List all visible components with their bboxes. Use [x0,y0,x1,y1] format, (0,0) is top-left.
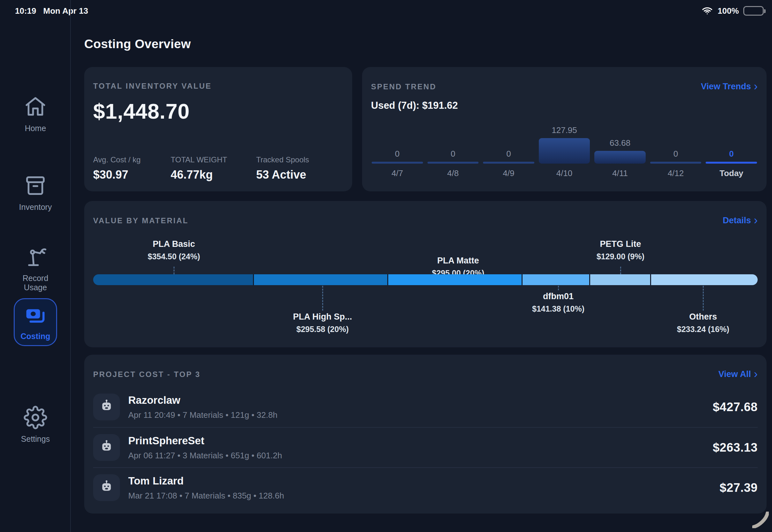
sidebar-item-label: Home [25,124,46,133]
total-inventory-value: $1,448.70 [93,99,343,123]
spend-bar-4-7[interactable]: 0 [372,149,423,164]
project-meta: Mar 21 17:08 • 7 Materials • 835g • 128.… [128,491,720,501]
chevron-right-icon: › [754,370,758,379]
x-tick: 4/7 [372,168,423,178]
sidebar-item-label: Inventory [19,203,52,212]
x-tick: 4/9 [483,168,534,178]
segment-pla-basic[interactable] [93,274,254,285]
chevron-right-icon: › [754,82,758,91]
stat-label: Avg. Cost / kg [93,155,171,164]
project-name: Tom Lizard [128,475,720,487]
home-icon [24,95,47,119]
sidebar: Home Inventory Record Usage [0,0,71,532]
leader-line [703,286,704,311]
robot-arm-icon [24,245,47,269]
segment-others[interactable] [651,274,758,285]
x-tick: 4/12 [650,168,701,178]
gear-icon [24,406,47,429]
leader-line [174,267,174,274]
segment-petg-lite[interactable] [590,274,651,285]
stat-label: Tracked Spools [256,155,309,164]
project-cost-card: PROJECT COST - TOP 3 View All › Razorcla… [84,355,767,514]
project-row-tom-lizard[interactable]: Tom Lizard Mar 21 17:08 • 7 Materials • … [93,467,758,507]
project-name: Razorclaw [128,394,713,406]
material-label-petg-lite: PETG Lite $129.00 (9%) [560,239,681,261]
corner-arc-decoration [752,512,769,528]
sidebar-item-home[interactable]: Home [0,95,71,133]
spend-bar-4-11[interactable]: 63.68 [594,138,646,164]
wifi-icon [701,6,713,16]
spend-x-axis: 4/7 4/8 4/9 4/10 4/11 4/12 Today [372,168,757,178]
x-tick: 4/8 [427,168,479,178]
segment-pla-high-speed[interactable] [254,274,388,285]
stat-value: 46.77kg [171,168,256,181]
battery-icon [743,6,764,16]
spend-trend-card: SPEND TREND View Trends › Used (7d): $19… [362,67,767,191]
project-amount: $427.68 [713,400,758,414]
stat-label: TOTAL WEIGHT [171,155,256,164]
leader-line [558,286,559,290]
stat-tracked-spools: Tracked Spools 53 Active [256,155,309,181]
sidebar-item-inventory[interactable]: Inventory [0,174,71,212]
view-trends-link[interactable]: View Trends › [701,82,758,92]
material-label-others: Others $233.24 (16%) [642,312,764,334]
total-inventory-value-card: TOTAL INVENTORY VALUE $1,448.70 Avg. Cos… [84,67,352,191]
spend-bar-4-8[interactable]: 0 [427,149,479,164]
project-row-razorclaw[interactable]: Razorclaw Apr 11 20:49 • 7 Materials • 1… [93,387,758,427]
card-header: TOTAL INVENTORY VALUE [93,82,343,91]
banknotes-icon [23,304,48,328]
stat-total-weight: TOTAL WEIGHT 46.77kg [171,155,256,181]
material-label-pla-high-speed: PLA High Sp... $295.58 (20%) [262,312,383,334]
material-label-dfbm01: dfbm01 $141.38 (10%) [498,292,619,314]
segment-dfbm01[interactable] [523,274,590,285]
spend-bar-4-9[interactable]: 0 [483,149,534,164]
page-title: Costing Overview [84,37,191,51]
project-meta: Apr 11 20:49 • 7 Materials • 121g • 32.8… [128,410,713,420]
project-row-printsphereset[interactable]: PrintSphereSet Apr 06 11:27 • 3 Material… [93,427,758,467]
battery-percent: 100% [718,6,739,16]
project-name: PrintSphereSet [128,435,713,447]
sidebar-item-settings[interactable]: Settings [0,406,71,444]
sidebar-item-label: Record Usage [11,274,59,292]
inventory-box-icon [24,174,47,197]
used-7d-label: Used (7d): $191.62 [371,100,758,111]
project-amount: $263.13 [713,441,758,454]
card-header: VALUE BY MATERIAL [93,216,189,225]
status-bar: 10:19 Mon Apr 13 100% [0,0,772,20]
spend-bar-today[interactable]: 0 [706,149,757,164]
stat-avg-cost: Avg. Cost / kg $30.97 [93,155,171,181]
project-amount: $27.39 [720,481,758,495]
x-tick: 4/10 [539,168,590,178]
card-header: SPEND TREND [371,82,436,91]
sidebar-item-record-usage[interactable]: Record Usage [0,245,71,292]
leader-line [322,286,323,311]
sidebar-item-label: Costing [20,332,50,341]
spend-bar-4-12[interactable]: 0 [650,149,701,164]
robot-icon [93,394,120,420]
spend-bar-4-10[interactable]: 127.95 [539,125,590,164]
material-label-pla-basic: PLA Basic $354.50 (24%) [113,239,234,261]
chevron-right-icon: › [754,216,758,225]
robot-icon [93,474,120,501]
view-all-link[interactable]: View All › [718,369,758,379]
x-tick-today: Today [706,168,757,178]
stat-value: $30.97 [93,168,171,181]
details-link[interactable]: Details › [723,216,758,225]
card-header: PROJECT COST - TOP 3 [93,370,201,379]
sidebar-item-label: Settings [21,434,50,444]
value-by-material-card: VALUE BY MATERIAL Details › PLA Basic $3… [84,201,767,347]
sidebar-item-costing-active[interactable]: Costing [14,298,57,346]
x-tick: 4/11 [594,168,646,178]
robot-icon [93,434,120,461]
stat-value: 53 Active [256,168,309,181]
segment-pla-matte[interactable] [388,274,523,285]
project-meta: Apr 06 11:27 • 3 Materials • 651g • 601.… [128,451,713,461]
material-stacked-bar [93,274,758,285]
leader-line [620,267,621,274]
spend-bar-chart: 0 0 0 127.95 63.68 0 0 [372,115,757,164]
